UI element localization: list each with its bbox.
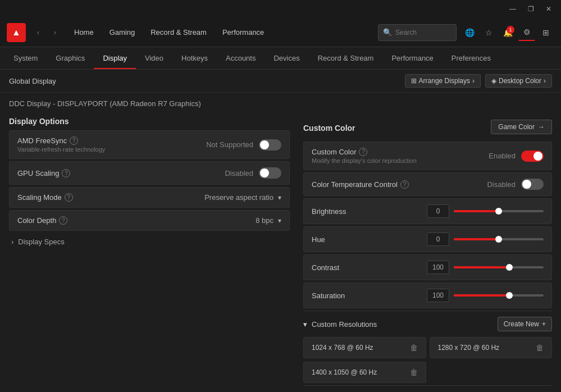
forward-button[interactable]: › (47, 25, 63, 40)
custom-color-panel: Custom Color Game Color → Custom Color ?… (290, 110, 552, 392)
gpu-scaling-right: Disabled (225, 167, 281, 179)
saturation-track[interactable] (454, 294, 544, 297)
resolution-item-1: 1024 x 768 @ 60 Hz 🗑 (303, 337, 426, 358)
contrast-track[interactable] (454, 266, 544, 268)
logo-icon: ▲ (12, 28, 21, 38)
gpu-scaling-value: Disabled (225, 169, 253, 177)
color-depth-dropdown[interactable]: 8 bpc ▾ (256, 216, 281, 225)
delete-res-3-icon[interactable]: 🗑 (410, 368, 418, 377)
display-specs-row[interactable]: › Display Specs (9, 233, 290, 250)
custom-resolutions-title: Custom Resolutions (312, 320, 377, 329)
custom-color-thumb (533, 152, 542, 161)
tab-devices[interactable]: Devices (264, 47, 308, 69)
contrast-value: 100 (427, 261, 449, 274)
nav-performance[interactable]: Performance (216, 25, 271, 40)
color-temp-row: Color Temperature Control ? Disabled (303, 172, 552, 196)
header-buttons: ⊞ Arrange Displays › ◈ Desktop Color › (405, 74, 552, 88)
maximize-btn[interactable]: ❐ (523, 1, 539, 17)
tab-display[interactable]: Display (94, 47, 136, 69)
nav-record-stream[interactable]: Record & Stream (144, 25, 213, 40)
navbar: ▲ ‹ › Home Gaming Record & Stream Perfor… (0, 18, 561, 47)
tab-graphics[interactable]: Graphics (47, 47, 94, 69)
tab-performance[interactable]: Performance (382, 47, 442, 69)
scaling-mode-help-icon[interactable]: ? (65, 193, 73, 202)
contrast-row: Contrast 100 (303, 254, 552, 280)
contrast-thumb[interactable] (506, 264, 513, 271)
custom-res-toggle[interactable]: ▾ Custom Resolutions (303, 320, 377, 329)
close-btn[interactable]: ✕ (541, 1, 557, 17)
nav-home[interactable]: Home (67, 25, 101, 40)
chevron-icon-2: › (544, 77, 546, 85)
custom-color-help-icon[interactable]: ? (359, 148, 367, 156)
color-depth-help-icon[interactable]: ? (59, 216, 67, 225)
tab-preferences[interactable]: Preferences (443, 47, 500, 69)
gear-icon-btn[interactable]: ⚙ (518, 24, 535, 41)
globe-icon-btn[interactable]: 🌐 (461, 24, 478, 41)
specs-chevron-icon: › (11, 238, 13, 246)
delete-res-1-icon[interactable]: 🗑 (410, 343, 418, 352)
minimize-btn[interactable]: — (505, 1, 521, 17)
grid-icon-btn[interactable]: ⊞ (537, 24, 554, 41)
color-temp-help-icon[interactable]: ? (400, 180, 409, 189)
freesync-value: Not Supported (206, 140, 253, 149)
game-color-btn[interactable]: Game Color → (491, 120, 552, 134)
freesync-help-icon[interactable]: ? (70, 136, 78, 145)
brightness-thumb[interactable] (495, 208, 502, 215)
display-options-panel: Display Options AMD FreeSync ? Variable-… (9, 110, 290, 392)
brightness-label: Brightness (312, 207, 357, 216)
plus-icon: + (542, 320, 546, 328)
global-header: Global Display ⊞ Arrange Displays › ◈ De… (0, 70, 561, 93)
star-icon-btn[interactable]: ☆ (480, 24, 497, 41)
tab-system[interactable]: System (4, 47, 47, 69)
custom-color-setting-label: Custom Color ? (312, 148, 417, 156)
gpu-scaling-help-icon[interactable]: ? (62, 169, 70, 177)
tab-record-stream[interactable]: Record & Stream (309, 47, 383, 69)
saturation-value: 100 (427, 289, 449, 302)
gpu-scaling-thumb (260, 168, 269, 177)
tab-video[interactable]: Video (136, 47, 172, 69)
color-temp-label: Color Temperature Control ? (312, 180, 409, 189)
color-temp-thumb (522, 180, 531, 189)
gpu-scaling-label: GPU Scaling ? (17, 169, 70, 177)
nav-gaming[interactable]: Gaming (103, 25, 142, 40)
hue-label: Hue (312, 235, 357, 244)
ddc-display-title: DDC Display - DISPLAYPORT (AMD Radeon R7… (9, 99, 201, 108)
hue-fill (454, 238, 499, 240)
custom-resolutions-header: ▾ Custom Resolutions Create New + (303, 311, 552, 337)
bell-icon-btn[interactable]: 🔔 1 (499, 24, 516, 41)
scaling-mode-dropdown[interactable]: Preserve aspect ratio ▾ (204, 193, 281, 202)
desktop-color-btn[interactable]: ◈ Desktop Color › (485, 74, 552, 88)
freesync-right: Not Supported (206, 139, 281, 151)
hue-value: 0 (427, 233, 449, 246)
scaling-mode-row: Scaling Mode ? Preserve aspect ratio ▾ (9, 187, 290, 208)
tab-hotkeys[interactable]: Hotkeys (172, 47, 217, 69)
game-color-arrow-icon: → (538, 123, 545, 131)
scaling-mode-label-group: Scaling Mode ? (17, 193, 73, 202)
brightness-track[interactable] (454, 210, 544, 212)
tab-accounts[interactable]: Accounts (217, 47, 264, 69)
ddc-display-section: DDC Display - DISPLAYPORT (AMD Radeon R7… (0, 93, 561, 110)
search-box[interactable]: 🔍 (378, 24, 457, 41)
back-button[interactable]: ‹ (30, 25, 46, 40)
search-input[interactable] (395, 29, 451, 37)
freesync-toggle[interactable] (259, 139, 281, 151)
brightness-fill (454, 210, 499, 212)
create-new-btn[interactable]: Create New + (498, 317, 552, 331)
hue-thumb[interactable] (495, 236, 502, 243)
hue-track[interactable] (454, 238, 544, 240)
create-new-label: Create New (504, 320, 539, 328)
custom-color-header: Custom Color Game Color → (303, 110, 552, 142)
arrange-displays-btn[interactable]: ⊞ Arrange Displays › (405, 74, 481, 88)
color-temp-label-group: Color Temperature Control ? (312, 180, 409, 189)
gpu-scaling-toggle[interactable] (259, 167, 281, 179)
custom-color-toggle[interactable] (521, 151, 544, 162)
delete-res-2-icon[interactable]: 🗑 (536, 343, 544, 352)
scaling-mode-right[interactable]: Preserve aspect ratio ▾ (204, 193, 281, 202)
brightness-slider-right: 0 (357, 204, 544, 218)
overrides-row[interactable]: › Overrides (303, 385, 552, 392)
logo-button[interactable]: ▲ (7, 23, 26, 42)
color-depth-label: Color Depth ? (17, 216, 67, 225)
color-depth-right[interactable]: 8 bpc ▾ (256, 216, 281, 225)
saturation-thumb[interactable] (506, 292, 513, 299)
color-temp-toggle[interactable] (521, 179, 544, 190)
